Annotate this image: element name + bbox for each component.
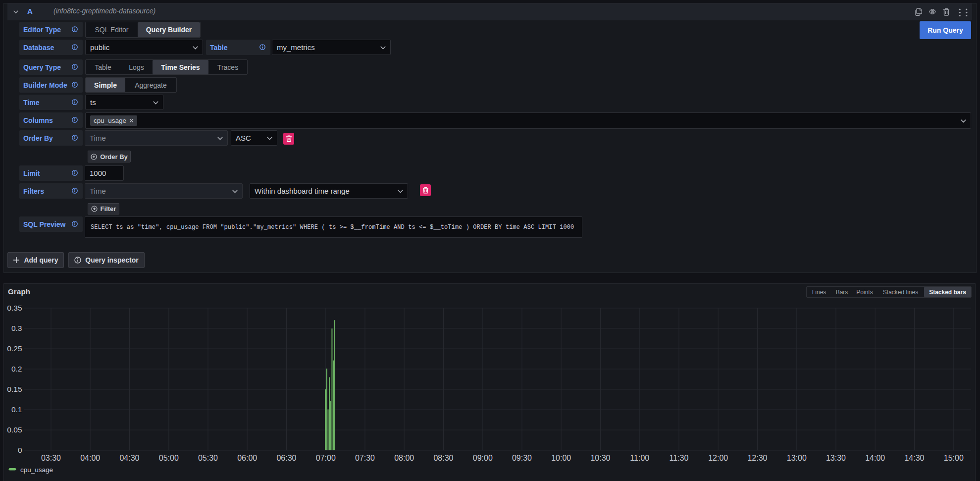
svg-text:09:30: 09:30 xyxy=(512,454,532,462)
svg-text:04:00: 04:00 xyxy=(80,454,100,462)
svg-text:08:00: 08:00 xyxy=(394,454,414,462)
svg-text:13:00: 13:00 xyxy=(787,454,807,462)
svg-text:13:30: 13:30 xyxy=(826,454,846,462)
svg-text:14:30: 14:30 xyxy=(904,454,924,462)
svg-text:10:30: 10:30 xyxy=(590,454,610,462)
svg-text:cpu_usage: cpu_usage xyxy=(20,466,53,474)
svg-text:08:30: 08:30 xyxy=(433,454,453,462)
svg-text:09:00: 09:00 xyxy=(473,454,493,462)
svg-text:10:00: 10:00 xyxy=(551,454,571,462)
svg-text:03:30: 03:30 xyxy=(41,454,61,462)
svg-text:0.2: 0.2 xyxy=(11,365,22,373)
svg-text:07:00: 07:00 xyxy=(316,454,336,462)
svg-text:05:30: 05:30 xyxy=(198,454,218,462)
svg-text:07:30: 07:30 xyxy=(355,454,375,462)
svg-text:11:00: 11:00 xyxy=(630,454,649,462)
svg-text:0: 0 xyxy=(18,446,22,454)
svg-text:0.15: 0.15 xyxy=(7,385,22,393)
svg-text:05:00: 05:00 xyxy=(159,454,179,462)
svg-text:0.25: 0.25 xyxy=(7,344,22,353)
svg-text:12:00: 12:00 xyxy=(708,454,728,462)
svg-text:0.1: 0.1 xyxy=(11,405,22,414)
svg-text:15:00: 15:00 xyxy=(944,454,964,462)
svg-text:06:00: 06:00 xyxy=(237,454,257,462)
svg-text:0.35: 0.35 xyxy=(7,304,22,312)
svg-text:12:30: 12:30 xyxy=(747,454,767,462)
svg-text:04:30: 04:30 xyxy=(119,454,139,462)
svg-text:14:00: 14:00 xyxy=(865,454,885,462)
svg-text:06:30: 06:30 xyxy=(276,454,296,462)
svg-text:0.05: 0.05 xyxy=(7,426,22,434)
svg-text:0.3: 0.3 xyxy=(11,324,22,332)
svg-text:11:30: 11:30 xyxy=(670,454,689,462)
